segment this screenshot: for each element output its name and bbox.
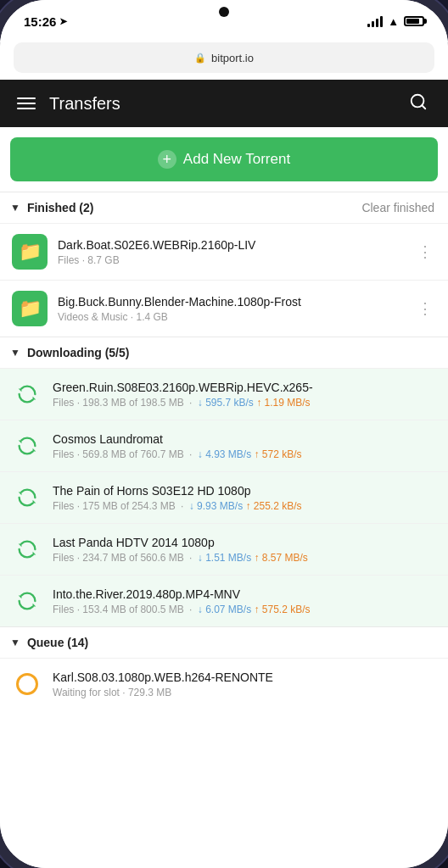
downloading-section-title[interactable]: ▼ Downloading (5/5) bbox=[10, 346, 129, 359]
sync-icon-4 bbox=[12, 534, 42, 565]
hamburger-line-1 bbox=[17, 97, 36, 99]
more-button-1[interactable]: ⋮ bbox=[414, 239, 436, 264]
signal-bar-4 bbox=[380, 16, 383, 27]
downloading-label: Downloading (5/5) bbox=[27, 346, 130, 359]
torrent-name-dl-1: Green.Ruin.S08E03.2160p.WEBRip.HEVC.x265… bbox=[53, 381, 436, 394]
hamburger-menu-button[interactable] bbox=[17, 97, 36, 109]
finished-label: Finished (2) bbox=[27, 201, 94, 214]
queue-section-title[interactable]: ▼ Queue (14) bbox=[10, 636, 88, 649]
sync-icon-2 bbox=[12, 431, 42, 461]
downloading-item-3: The Pain of Horns S03E12 HD 1080p Files … bbox=[0, 471, 448, 523]
status-bar: 15:26 ➤ ▲ bbox=[0, 0, 448, 42]
signal-bar-3 bbox=[376, 19, 378, 27]
torrent-info-dl-1: Green.Ruin.S08E03.2160p.WEBRip.HEVC.x265… bbox=[53, 381, 436, 409]
torrent-name-dl-4: Last Panda HDTV 2014 1080p bbox=[53, 536, 436, 549]
torrent-name-dl-5: Into.the.River.2019.480p.MP4-MNV bbox=[53, 587, 436, 601]
add-torrent-label: Add New Torrent bbox=[183, 151, 290, 168]
finished-section-title[interactable]: ▼ Finished (2) bbox=[10, 201, 93, 214]
app-header: Transfers bbox=[0, 80, 448, 127]
torrent-name-q-1: Karl.S08.03.1080p.WEB.h264-RENONTE bbox=[53, 670, 436, 684]
torrent-meta-dl-1: Files · 198.3 MB of 198.5 MB · ↓ 595.7 k… bbox=[53, 397, 436, 409]
torrent-name-dl-3: The Pain of Horns S03E12 HD 1080p bbox=[53, 484, 436, 498]
torrent-info-2: Big.Buck.Bunny.Blender-Machine.1080p-Fro… bbox=[58, 295, 404, 323]
downloading-item-2: Cosmos Laundromat Files · 569.8 MB of 76… bbox=[0, 420, 448, 471]
torrent-info-dl-2: Cosmos Laundromat Files · 569.8 MB of 76… bbox=[53, 432, 436, 460]
queue-section-header: ▼ Queue (14) bbox=[0, 626, 448, 658]
torrent-info-dl-5: Into.the.River.2019.480p.MP4-MNV Files ·… bbox=[53, 587, 436, 615]
downloading-item-1: Green.Ruin.S08E03.2160p.WEBRip.HEVC.x265… bbox=[0, 368, 448, 420]
camera-dot bbox=[219, 7, 229, 17]
torrent-name-1: Dark.Boat.S02E6.WEBRip.2160p-LIV bbox=[58, 238, 404, 252]
torrent-meta-dl-5: Files · 153.4 MB of 800.5 MB · ↓ 6.07 MB… bbox=[53, 604, 436, 615]
torrent-name-dl-2: Cosmos Laundromat bbox=[53, 432, 436, 446]
wifi-icon: ▲ bbox=[388, 15, 399, 28]
torrent-info-1: Dark.Boat.S02E6.WEBRip.2160p-LIV Files ·… bbox=[58, 238, 404, 266]
status-icons: ▲ bbox=[367, 15, 424, 28]
folder-icon-2: 📁 bbox=[12, 291, 48, 326]
downloading-item-4: Last Panda HDTV 2014 1080p Files · 234.7… bbox=[0, 523, 448, 575]
torrent-info-q-1: Karl.S08.03.1080p.WEB.h264-RENONTE Waiti… bbox=[53, 670, 436, 698]
add-torrent-button[interactable]: + Add New Torrent bbox=[10, 137, 438, 181]
signal-bar-1 bbox=[367, 24, 370, 27]
add-plus-icon: + bbox=[158, 150, 176, 169]
queue-status-icon bbox=[12, 669, 42, 699]
torrent-meta-1: Files · 8.7 GB bbox=[58, 254, 404, 266]
downloading-item-5: Into.the.River.2019.480p.MP4-MNV Files ·… bbox=[0, 575, 448, 626]
queue-circle bbox=[16, 673, 38, 695]
torrent-meta-2: Videos & Music · 1.4 GB bbox=[58, 311, 404, 323]
sync-icon-3 bbox=[12, 482, 42, 513]
lock-icon: 🔒 bbox=[194, 53, 206, 64]
torrent-info-dl-3: The Pain of Horns S03E12 HD 1080p Files … bbox=[53, 484, 436, 512]
finished-item-2: 📁 Big.Buck.Bunny.Blender-Machine.1080p-F… bbox=[0, 280, 448, 337]
sync-icon-5 bbox=[12, 586, 42, 616]
search-button[interactable] bbox=[406, 89, 431, 119]
svg-line-1 bbox=[422, 105, 425, 108]
queue-chevron-icon: ▼ bbox=[10, 637, 20, 648]
url-bar[interactable]: 🔒 bitport.io bbox=[14, 42, 434, 73]
sync-icon-1 bbox=[12, 379, 42, 409]
url-text: bitport.io bbox=[211, 52, 254, 64]
torrent-meta-dl-1-base: Files · 198.3 MB of 198.5 MB bbox=[53, 397, 184, 409]
hamburger-line-3 bbox=[17, 108, 36, 109]
folder-shape-2: 📁 bbox=[19, 298, 42, 320]
notch bbox=[173, 0, 275, 24]
folder-icon-1: 📁 bbox=[12, 234, 48, 270]
finished-section-header: ▼ Finished (2) Clear finished bbox=[0, 192, 448, 223]
content-area: + Add New Torrent ▼ Finished (2) Clear f… bbox=[0, 127, 448, 868]
page-title: Transfers bbox=[49, 94, 406, 114]
torrent-info-dl-4: Last Panda HDTV 2014 1080p Files · 234.7… bbox=[53, 536, 436, 564]
torrent-name-2: Big.Buck.Bunny.Blender-Machine.1080p-Fro… bbox=[58, 295, 404, 309]
hamburger-line-2 bbox=[17, 103, 36, 104]
torrent-meta-dl-3: Files · 175 MB of 254.3 MB · ↓ 9.93 MB/s… bbox=[53, 500, 436, 512]
queue-item-1: Karl.S08.03.1080p.WEB.h264-RENONTE Waiti… bbox=[0, 658, 448, 709]
torrent-meta-dl-2: Files · 569.8 MB of 760.7 MB · ↓ 4.93 MB… bbox=[53, 448, 436, 460]
signal-bar-2 bbox=[372, 21, 374, 27]
location-icon: ➤ bbox=[59, 16, 67, 27]
status-time: 15:26 ➤ bbox=[24, 14, 67, 29]
battery-icon bbox=[404, 16, 424, 26]
phone-frame: 15:26 ➤ ▲ 🔒 bitport.io bbox=[0, 0, 448, 868]
downloading-chevron-icon: ▼ bbox=[10, 347, 20, 359]
signal-bars bbox=[367, 16, 383, 27]
torrent-meta-dl-4: Files · 234.7 MB of 560.6 MB · ↓ 1.51 MB… bbox=[53, 552, 436, 564]
battery-fill bbox=[406, 19, 419, 24]
more-button-2[interactable]: ⋮ bbox=[414, 296, 436, 321]
clear-finished-button[interactable]: Clear finished bbox=[361, 201, 434, 214]
torrent-meta-q-1: Waiting for slot · 729.3 MB bbox=[53, 687, 436, 698]
finished-chevron-icon: ▼ bbox=[10, 202, 20, 214]
folder-shape-1: 📁 bbox=[19, 241, 42, 263]
downloading-section-header: ▼ Downloading (5/5) bbox=[0, 337, 448, 368]
queue-label: Queue (14) bbox=[27, 636, 88, 649]
finished-item-1: 📁 Dark.Boat.S02E6.WEBRip.2160p-LIV Files… bbox=[0, 223, 448, 280]
time-display: 15:26 bbox=[24, 14, 56, 29]
